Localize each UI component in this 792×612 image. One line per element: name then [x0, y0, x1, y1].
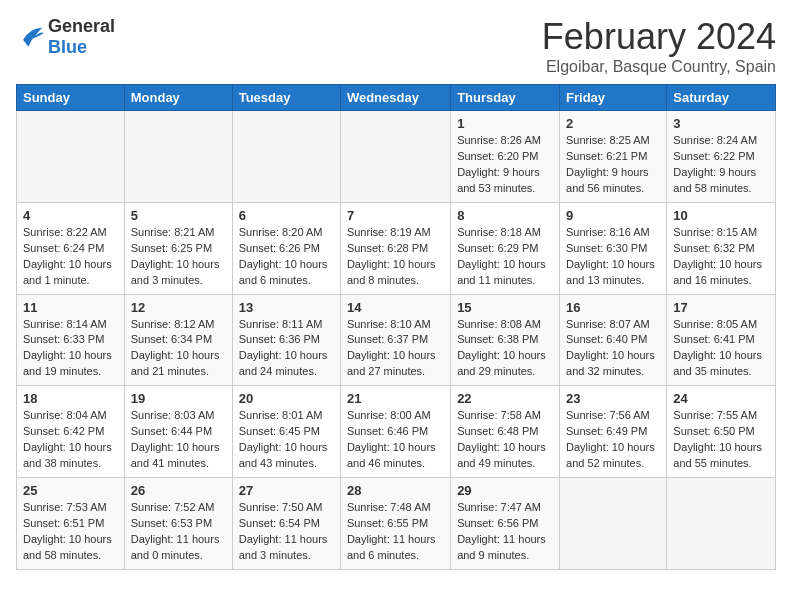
- day-info: Sunrise: 8:08 AM Sunset: 6:38 PM Dayligh…: [457, 317, 553, 381]
- calendar-cell: 7Sunrise: 8:19 AM Sunset: 6:28 PM Daylig…: [340, 202, 450, 294]
- day-info: Sunrise: 8:07 AM Sunset: 6:40 PM Dayligh…: [566, 317, 660, 381]
- day-number: 3: [673, 116, 769, 131]
- calendar-cell: 27Sunrise: 7:50 AM Sunset: 6:54 PM Dayli…: [232, 478, 340, 570]
- logo: General Blue: [16, 16, 115, 58]
- calendar-cell: 5Sunrise: 8:21 AM Sunset: 6:25 PM Daylig…: [124, 202, 232, 294]
- day-info: Sunrise: 8:21 AM Sunset: 6:25 PM Dayligh…: [131, 225, 226, 289]
- day-number: 23: [566, 391, 660, 406]
- logo-text: General Blue: [48, 16, 115, 58]
- calendar-cell: 19Sunrise: 8:03 AM Sunset: 6:44 PM Dayli…: [124, 386, 232, 478]
- column-header-sunday: Sunday: [17, 85, 125, 111]
- calendar-cell: [17, 111, 125, 203]
- calendar-cell: 23Sunrise: 7:56 AM Sunset: 6:49 PM Dayli…: [560, 386, 667, 478]
- day-number: 6: [239, 208, 334, 223]
- calendar-cell: 10Sunrise: 8:15 AM Sunset: 6:32 PM Dayli…: [667, 202, 776, 294]
- day-number: 8: [457, 208, 553, 223]
- day-number: 4: [23, 208, 118, 223]
- title-block: February 2024 Elgoibar, Basque Country, …: [542, 16, 776, 76]
- day-info: Sunrise: 8:05 AM Sunset: 6:41 PM Dayligh…: [673, 317, 769, 381]
- day-info: Sunrise: 7:55 AM Sunset: 6:50 PM Dayligh…: [673, 408, 769, 472]
- calendar-cell: 18Sunrise: 8:04 AM Sunset: 6:42 PM Dayli…: [17, 386, 125, 478]
- day-number: 17: [673, 300, 769, 315]
- calendar-cell: [667, 478, 776, 570]
- calendar-cell: 9Sunrise: 8:16 AM Sunset: 6:30 PM Daylig…: [560, 202, 667, 294]
- day-info: Sunrise: 8:15 AM Sunset: 6:32 PM Dayligh…: [673, 225, 769, 289]
- calendar-cell: 15Sunrise: 8:08 AM Sunset: 6:38 PM Dayli…: [451, 294, 560, 386]
- calendar-cell: [340, 111, 450, 203]
- column-header-monday: Monday: [124, 85, 232, 111]
- day-info: Sunrise: 8:20 AM Sunset: 6:26 PM Dayligh…: [239, 225, 334, 289]
- day-number: 29: [457, 483, 553, 498]
- day-info: Sunrise: 7:56 AM Sunset: 6:49 PM Dayligh…: [566, 408, 660, 472]
- day-info: Sunrise: 8:22 AM Sunset: 6:24 PM Dayligh…: [23, 225, 118, 289]
- calendar-cell: 1Sunrise: 8:26 AM Sunset: 6:20 PM Daylig…: [451, 111, 560, 203]
- logo-bird-icon: [16, 26, 44, 48]
- day-info: Sunrise: 8:24 AM Sunset: 6:22 PM Dayligh…: [673, 133, 769, 197]
- calendar-cell: 16Sunrise: 8:07 AM Sunset: 6:40 PM Dayli…: [560, 294, 667, 386]
- day-info: Sunrise: 8:25 AM Sunset: 6:21 PM Dayligh…: [566, 133, 660, 197]
- column-header-friday: Friday: [560, 85, 667, 111]
- day-info: Sunrise: 7:47 AM Sunset: 6:56 PM Dayligh…: [457, 500, 553, 564]
- day-info: Sunrise: 8:03 AM Sunset: 6:44 PM Dayligh…: [131, 408, 226, 472]
- calendar-cell: [124, 111, 232, 203]
- week-row-3: 11Sunrise: 8:14 AM Sunset: 6:33 PM Dayli…: [17, 294, 776, 386]
- calendar-cell: 17Sunrise: 8:05 AM Sunset: 6:41 PM Dayli…: [667, 294, 776, 386]
- calendar-cell: 29Sunrise: 7:47 AM Sunset: 6:56 PM Dayli…: [451, 478, 560, 570]
- day-info: Sunrise: 8:10 AM Sunset: 6:37 PM Dayligh…: [347, 317, 444, 381]
- column-header-wednesday: Wednesday: [340, 85, 450, 111]
- day-number: 12: [131, 300, 226, 315]
- day-number: 27: [239, 483, 334, 498]
- day-info: Sunrise: 8:16 AM Sunset: 6:30 PM Dayligh…: [566, 225, 660, 289]
- calendar-cell: 3Sunrise: 8:24 AM Sunset: 6:22 PM Daylig…: [667, 111, 776, 203]
- calendar-cell: 21Sunrise: 8:00 AM Sunset: 6:46 PM Dayli…: [340, 386, 450, 478]
- calendar-cell: 14Sunrise: 8:10 AM Sunset: 6:37 PM Dayli…: [340, 294, 450, 386]
- day-number: 19: [131, 391, 226, 406]
- calendar-cell: [232, 111, 340, 203]
- day-info: Sunrise: 8:12 AM Sunset: 6:34 PM Dayligh…: [131, 317, 226, 381]
- day-number: 1: [457, 116, 553, 131]
- day-number: 13: [239, 300, 334, 315]
- day-info: Sunrise: 7:58 AM Sunset: 6:48 PM Dayligh…: [457, 408, 553, 472]
- day-info: Sunrise: 7:53 AM Sunset: 6:51 PM Dayligh…: [23, 500, 118, 564]
- day-info: Sunrise: 8:04 AM Sunset: 6:42 PM Dayligh…: [23, 408, 118, 472]
- day-number: 28: [347, 483, 444, 498]
- column-header-tuesday: Tuesday: [232, 85, 340, 111]
- day-number: 10: [673, 208, 769, 223]
- day-info: Sunrise: 7:48 AM Sunset: 6:55 PM Dayligh…: [347, 500, 444, 564]
- day-info: Sunrise: 7:52 AM Sunset: 6:53 PM Dayligh…: [131, 500, 226, 564]
- day-number: 16: [566, 300, 660, 315]
- week-row-2: 4Sunrise: 8:22 AM Sunset: 6:24 PM Daylig…: [17, 202, 776, 294]
- day-number: 7: [347, 208, 444, 223]
- day-info: Sunrise: 8:19 AM Sunset: 6:28 PM Dayligh…: [347, 225, 444, 289]
- calendar-cell: [560, 478, 667, 570]
- column-header-thursday: Thursday: [451, 85, 560, 111]
- day-number: 20: [239, 391, 334, 406]
- calendar-cell: 2Sunrise: 8:25 AM Sunset: 6:21 PM Daylig…: [560, 111, 667, 203]
- day-number: 18: [23, 391, 118, 406]
- day-number: 2: [566, 116, 660, 131]
- location: Elgoibar, Basque Country, Spain: [542, 58, 776, 76]
- day-info: Sunrise: 8:00 AM Sunset: 6:46 PM Dayligh…: [347, 408, 444, 472]
- day-number: 9: [566, 208, 660, 223]
- week-row-1: 1Sunrise: 8:26 AM Sunset: 6:20 PM Daylig…: [17, 111, 776, 203]
- calendar-cell: 12Sunrise: 8:12 AM Sunset: 6:34 PM Dayli…: [124, 294, 232, 386]
- day-number: 22: [457, 391, 553, 406]
- calendar-cell: 24Sunrise: 7:55 AM Sunset: 6:50 PM Dayli…: [667, 386, 776, 478]
- day-info: Sunrise: 7:50 AM Sunset: 6:54 PM Dayligh…: [239, 500, 334, 564]
- day-info: Sunrise: 8:14 AM Sunset: 6:33 PM Dayligh…: [23, 317, 118, 381]
- logo-blue: Blue: [48, 37, 87, 57]
- day-info: Sunrise: 8:26 AM Sunset: 6:20 PM Dayligh…: [457, 133, 553, 197]
- calendar-cell: 28Sunrise: 7:48 AM Sunset: 6:55 PM Dayli…: [340, 478, 450, 570]
- column-header-saturday: Saturday: [667, 85, 776, 111]
- column-headers: SundayMondayTuesdayWednesdayThursdayFrid…: [17, 85, 776, 111]
- day-info: Sunrise: 8:11 AM Sunset: 6:36 PM Dayligh…: [239, 317, 334, 381]
- day-number: 25: [23, 483, 118, 498]
- calendar-cell: 8Sunrise: 8:18 AM Sunset: 6:29 PM Daylig…: [451, 202, 560, 294]
- day-number: 14: [347, 300, 444, 315]
- calendar-cell: 11Sunrise: 8:14 AM Sunset: 6:33 PM Dayli…: [17, 294, 125, 386]
- calendar-cell: 13Sunrise: 8:11 AM Sunset: 6:36 PM Dayli…: [232, 294, 340, 386]
- day-info: Sunrise: 8:18 AM Sunset: 6:29 PM Dayligh…: [457, 225, 553, 289]
- calendar-cell: 20Sunrise: 8:01 AM Sunset: 6:45 PM Dayli…: [232, 386, 340, 478]
- calendar-table: SundayMondayTuesdayWednesdayThursdayFrid…: [16, 84, 776, 570]
- month-title: February 2024: [542, 16, 776, 58]
